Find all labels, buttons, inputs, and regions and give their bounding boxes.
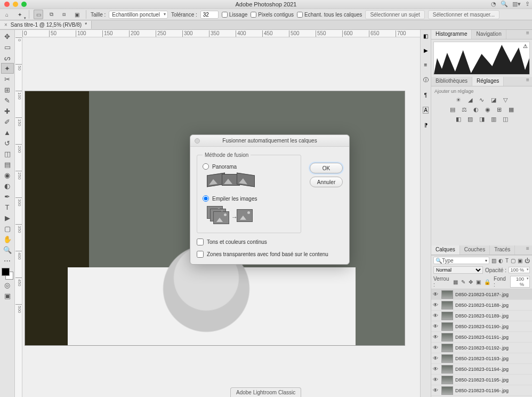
frame-tool-icon[interactable]: ⊞ <box>1 84 14 95</box>
type-tool-icon[interactable]: T <box>1 202 14 212</box>
brightness-adj-icon[interactable]: ☀ <box>455 96 462 104</box>
properties-panel-icon[interactable]: ≡ <box>424 62 428 68</box>
healing-brush-tool-icon[interactable]: ✚ <box>1 106 14 116</box>
paths-tab[interactable]: Tracés <box>490 245 515 255</box>
layer-filter-type[interactable]: 🔍 Type▾ <box>433 257 489 264</box>
layer-row[interactable]: 👁D850-210823-01189-.jpg <box>431 311 532 321</box>
history-panel-icon[interactable]: ▶ <box>424 47 428 53</box>
lasso-tool-icon[interactable]: ᔕ <box>1 52 14 63</box>
layer-row[interactable]: 👁D850-210823-01196-.jpg <box>431 385 532 396</box>
visibility-icon[interactable]: 👁 <box>433 387 439 394</box>
fill-field[interactable]: 100 % <box>510 276 530 288</box>
histogram-warning-icon[interactable]: ⚠ <box>523 43 528 49</box>
libraries-tab[interactable]: Bibliothèques <box>431 77 472 86</box>
layer-row[interactable]: 👁D850-210823-01187-.jpg <box>431 289 532 300</box>
bw-adj-icon[interactable]: ◐ <box>472 106 480 113</box>
layer-thumbnail[interactable] <box>441 376 453 384</box>
contiguous-checkbox[interactable] <box>251 12 256 18</box>
color-panel-icon[interactable]: ◧ <box>423 33 428 39</box>
blend-mode-dropdown[interactable]: Normal <box>433 266 483 274</box>
selective-color-adj-icon[interactable]: ◫ <box>502 115 509 123</box>
ok-button[interactable]: OK <box>310 163 343 173</box>
gradient-tool-icon[interactable]: ▤ <box>1 159 14 170</box>
screen-mode-icon[interactable]: ▣ <box>1 290 14 301</box>
document-tab[interactable]: × Sans titre-1 @ 12,5% (RVB/8) * <box>0 21 92 29</box>
edit-toolbar-icon[interactable]: ⋯ <box>1 255 14 266</box>
layer-row[interactable]: 👁D850-210823-01191-.jpg <box>431 332 532 343</box>
panel-menu-icon[interactable]: ≡ <box>523 77 532 86</box>
glyphs-panel-icon[interactable]: ⁋ <box>424 122 428 128</box>
lock-position-icon[interactable]: ✥ <box>469 279 473 285</box>
photo-filter-adj-icon[interactable]: ◉ <box>484 106 491 113</box>
curves-adj-icon[interactable]: ∿ <box>478 96 486 104</box>
invert-adj-icon[interactable]: ◧ <box>455 115 462 123</box>
filter-adjust-icon[interactable]: ◐ <box>498 258 503 264</box>
move-tool-icon[interactable]: ✥ <box>1 31 14 42</box>
tool-preset-picker[interactable]: ✦▾ <box>15 10 25 19</box>
lock-pixels-icon[interactable]: ▦ <box>453 279 458 285</box>
paragraph-panel-icon[interactable]: ¶ <box>424 92 427 98</box>
layer-thumbnail[interactable] <box>441 290 453 299</box>
layer-row[interactable]: 👁D850-210823-01190-.jpg <box>431 321 532 332</box>
quick-mask-icon[interactable]: ◎ <box>1 280 14 290</box>
subtract-selection-icon[interactable]: ⧈ <box>59 10 69 19</box>
lock-all-icon[interactable]: 🔒 <box>484 279 490 285</box>
layer-row[interactable]: 👁D850-210823-01192-.jpg <box>431 343 532 353</box>
seamless-tones-checkbox[interactable] <box>197 239 204 245</box>
rectangular-marquee-tool-icon[interactable]: ▭ <box>1 42 14 52</box>
visibility-icon[interactable]: 👁 <box>433 334 439 340</box>
anti-alias-checkbox[interactable] <box>222 12 228 18</box>
layer-thumbnail[interactable] <box>441 365 453 374</box>
color-swatches[interactable] <box>2 268 13 280</box>
navigation-tab[interactable]: Navigation <box>472 30 506 39</box>
blur-tool-icon[interactable]: ◉ <box>1 170 14 180</box>
crop-tool-icon[interactable]: ✂ <box>1 74 14 84</box>
stack-images-radio[interactable] <box>203 195 209 202</box>
dialog-titlebar[interactable]: Fusionner automatiquement les calques <box>190 135 349 147</box>
opacity-field[interactable]: 100 % <box>509 267 530 273</box>
lock-artboard-icon[interactable]: ▣ <box>476 279 481 285</box>
layer-row[interactable]: 👁D850-210823-01188-.jpg <box>431 300 532 311</box>
levels-adj-icon[interactable]: ◢ <box>466 96 474 104</box>
dialog-close-icon[interactable] <box>195 138 200 144</box>
panel-menu-icon[interactable]: ≡ <box>523 245 532 255</box>
hand-tool-icon[interactable]: ✋ <box>1 234 14 244</box>
shape-tool-icon[interactable]: ▢ <box>1 223 14 234</box>
select-and-mask-button[interactable]: Sélectionner et masquer... <box>428 10 499 19</box>
dodge-tool-icon[interactable]: ◐ <box>1 180 14 191</box>
adjustments-tab[interactable]: Réglages <box>472 77 504 86</box>
visibility-icon[interactable]: 👁 <box>433 291 439 298</box>
visibility-icon[interactable]: 👁 <box>433 313 439 319</box>
layer-thumbnail[interactable] <box>441 354 453 363</box>
sample-all-layers-checkbox[interactable] <box>297 12 303 18</box>
layer-thumbnail[interactable] <box>441 322 453 331</box>
posterize-adj-icon[interactable]: ▨ <box>466 115 474 123</box>
pen-tool-icon[interactable]: ✒ <box>1 191 14 202</box>
visibility-icon[interactable]: 👁 <box>433 302 439 308</box>
filter-shape-icon[interactable]: ▢ <box>511 258 515 264</box>
info-panel-icon[interactable]: ⓘ <box>423 76 429 84</box>
layers-tab[interactable]: Calques <box>431 245 460 255</box>
color-lookup-adj-icon[interactable]: ▦ <box>507 106 515 113</box>
filter-type-icon[interactable]: T <box>505 258 509 264</box>
new-selection-icon[interactable]: ▭ <box>34 10 43 19</box>
panel-menu-icon[interactable]: ≡ <box>523 30 532 39</box>
home-icon[interactable]: ⌂ <box>2 10 12 19</box>
close-tab-icon[interactable]: × <box>4 22 7 28</box>
layer-thumbnail[interactable] <box>441 386 453 395</box>
history-brush-tool-icon[interactable]: ↺ <box>1 138 14 148</box>
cancel-button[interactable]: Annuler <box>310 177 343 187</box>
cloud-status-icon[interactable]: ◔ <box>491 1 496 7</box>
visibility-icon[interactable]: 👁 <box>433 323 439 330</box>
color-balance-adj-icon[interactable]: ⚖ <box>461 106 468 113</box>
vibrance-adj-icon[interactable]: ▽ <box>502 96 509 104</box>
share-icon[interactable]: ⇪ <box>525 1 530 7</box>
filter-pixel-icon[interactable]: ▧ <box>491 258 496 264</box>
hue-sat-adj-icon[interactable]: ▤ <box>449 106 456 113</box>
taskbar-app-hint[interactable]: Adobe Lightroom Classic <box>230 387 301 397</box>
search-icon[interactable]: 🔍 <box>501 1 508 7</box>
visibility-icon[interactable]: 👁 <box>433 345 439 351</box>
layer-row[interactable]: 👁D850-210823-01193-.jpg <box>431 353 532 364</box>
magic-wand-tool-icon[interactable]: ✦ <box>1 63 14 74</box>
lock-paint-icon[interactable]: ✎ <box>461 279 465 285</box>
